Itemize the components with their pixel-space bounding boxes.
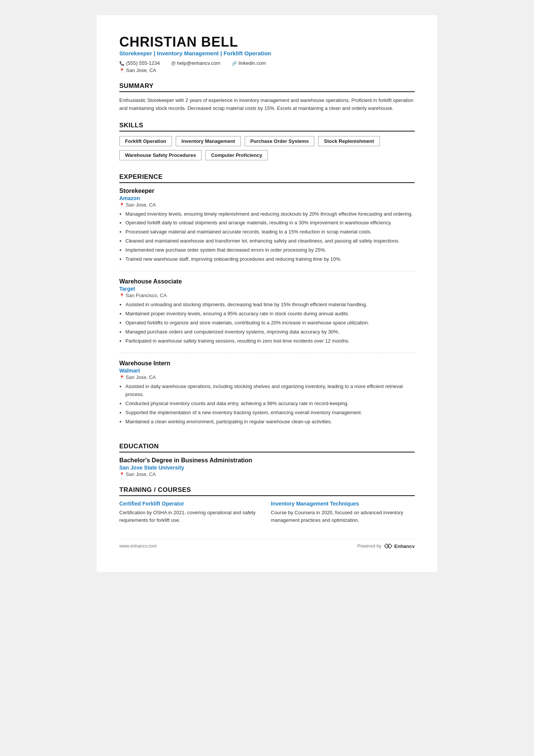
target-bullets: Assisted in unloading and stocking shipm… — [125, 301, 415, 345]
powered-by-label: Powered by — [357, 543, 381, 549]
job-title-warehouse-intern: Warehouse Intern — [119, 360, 415, 367]
list-item: Assisted in unloading and stocking shipm… — [125, 301, 415, 309]
list-item: Participated in warehouse safety trainin… — [125, 337, 415, 345]
brand-name: Enhancv — [394, 543, 415, 549]
job-item-target: Warehouse Associate Target San Francisco… — [119, 278, 415, 353]
education-location: San Jose, CA — [119, 471, 415, 477]
skills-heading: SKILLS — [119, 122, 415, 131]
education-school: San Jose State University — [119, 465, 415, 471]
location-pin-icon — [119, 374, 125, 380]
training-text-inventory: Course by Coursera in 2020, focused on a… — [271, 509, 415, 524]
job-location-walmart: San Jose, CA — [119, 374, 415, 380]
location-text: San Jose, CA — [126, 67, 156, 73]
phone-icon — [119, 61, 125, 66]
job-title-storekeeper: Storekeeper — [119, 188, 415, 194]
list-item: Implemented new purchase order system th… — [125, 246, 415, 254]
skill-tag: Computer Proficiency — [205, 150, 268, 160]
skill-tag: Inventory Management — [176, 136, 241, 146]
enhancv-logo-icon — [384, 543, 393, 549]
list-item: Trained new warehouse staff, improving o… — [125, 255, 415, 263]
summary-section: SUMMARY Enthusiastic Storekeeper with 2 … — [119, 82, 415, 113]
walmart-bullets: Assisted in daily warehouse operations, … — [125, 383, 415, 426]
job-item-amazon: Storekeeper Amazon San Jose, CA Managed … — [119, 188, 415, 272]
skills-grid: Forklift Operation Inventory Management … — [119, 136, 415, 164]
location-pin-icon — [119, 202, 125, 208]
location-pin-icon — [119, 68, 125, 73]
location-pin-icon — [119, 293, 125, 298]
email-icon — [171, 61, 176, 66]
contact-row-2: San Jose, CA — [119, 67, 415, 73]
location-contact: San Jose, CA — [119, 67, 156, 73]
footer-url: www.enhancv.com — [119, 543, 157, 549]
skill-tag: Warehouse Safety Procedures — [119, 150, 201, 160]
skill-tag: Forklift Operation — [119, 136, 172, 146]
education-degree: Bachelor's Degree in Business Administra… — [119, 457, 415, 464]
list-item: Processed salvage material and maintaine… — [125, 228, 415, 236]
list-item: Maintained a clean working environment, … — [125, 418, 415, 426]
footer: www.enhancv.com Powered by Enhancv — [119, 539, 415, 549]
phone-number: (555) 555-1234 — [126, 60, 160, 66]
list-item: Conducted physical inventory counts and … — [125, 400, 415, 408]
linkedin-url: linkedin.com — [239, 60, 266, 66]
training-section: TRAINING / COURSES Certified Forklift Op… — [119, 486, 415, 524]
training-title-forklift[interactable]: Certified Forklift Operator — [119, 501, 263, 507]
list-item: Assisted in daily warehouse operations, … — [125, 383, 415, 399]
list-item: Managed inventory levels, ensuring timel… — [125, 210, 415, 218]
candidate-name: CHRISTIAN BELL — [119, 34, 415, 50]
skill-tag: Stock Replenishment — [318, 136, 379, 146]
list-item: Operated forklifts to organize and store… — [125, 319, 415, 327]
company-target: Target — [119, 286, 415, 292]
training-title-inventory[interactable]: Inventory Management Techniques — [271, 501, 415, 507]
resume-document: CHRISTIAN BELL Storekeeper | Inventory M… — [97, 15, 437, 572]
education-heading: EDUCATION — [119, 443, 415, 452]
list-item: Maintained proper inventory levels, ensu… — [125, 310, 415, 318]
summary-text: Enthusiastic Storekeeper with 2 years of… — [119, 97, 415, 113]
list-item: Operated forklift daily to unload shipme… — [125, 219, 415, 227]
candidate-title: Storekeeper | Inventory Management | For… — [119, 50, 415, 56]
list-item: Cleaned and maintained warehouse and tra… — [125, 237, 415, 245]
experience-section: EXPERIENCE Storekeeper Amazon San Jose, … — [119, 173, 415, 434]
job-item-walmart: Warehouse Intern Walmart San Jose, CA As… — [119, 360, 415, 434]
training-item-inventory: Inventory Management Techniques Course b… — [271, 501, 415, 524]
education-section: EDUCATION Bachelor's Degree in Business … — [119, 443, 415, 477]
phone-contact: (555) 555-1234 — [119, 60, 160, 66]
email-contact: help@enhancv.com — [171, 60, 220, 66]
training-text-forklift: Certification by OSHA in 2021, covering … — [119, 509, 263, 524]
contact-row-1: (555) 555-1234 help@enhancv.com linkedin… — [119, 60, 415, 66]
training-heading: TRAINING / COURSES — [119, 486, 415, 496]
company-walmart: Walmart — [119, 368, 415, 374]
link-icon — [232, 61, 237, 66]
email-address: help@enhancv.com — [177, 60, 220, 66]
list-item: Managed purchase orders and computerized… — [125, 328, 415, 336]
enhancv-brand: Enhancv — [384, 543, 415, 549]
job-location-amazon: San Jose, CA — [119, 202, 415, 208]
list-item: Supported the implementation of a new in… — [125, 409, 415, 417]
job-title-warehouse-associate: Warehouse Associate — [119, 278, 415, 285]
skills-section: SKILLS Forklift Operation Inventory Mana… — [119, 122, 415, 164]
skill-tag: Purchase Order Systems — [245, 136, 315, 146]
training-item-forklift: Certified Forklift Operator Certificatio… — [119, 501, 263, 524]
company-amazon: Amazon — [119, 195, 415, 201]
header-section: CHRISTIAN BELL Storekeeper | Inventory M… — [119, 34, 415, 73]
experience-heading: EXPERIENCE — [119, 173, 415, 183]
linkedin-contact[interactable]: linkedin.com — [232, 60, 266, 66]
amazon-bullets: Managed inventory levels, ensuring timel… — [125, 210, 415, 263]
summary-heading: SUMMARY — [119, 82, 415, 92]
training-grid: Certified Forklift Operator Certificatio… — [119, 501, 415, 524]
job-location-target: San Francisco, CA — [119, 293, 415, 298]
location-pin-icon — [119, 471, 125, 477]
footer-powered-by: Powered by Enhancv — [357, 543, 415, 549]
